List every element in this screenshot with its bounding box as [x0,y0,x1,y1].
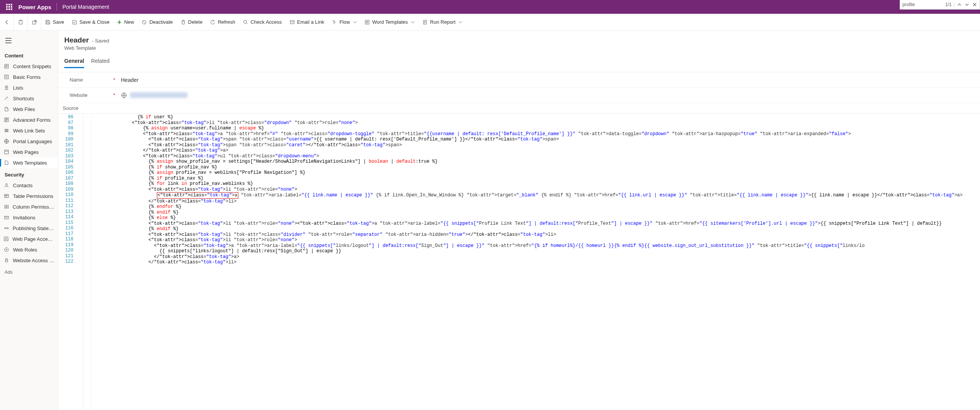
code-line[interactable]: <"tok-attr">class="tok-tag">ul "tok-attr… [93,154,978,159]
sidebar-item-label: Content Snippets [13,64,51,69]
code-line[interactable]: <"tok-attr">class="tok-tag">li "tok-attr… [93,232,978,238]
clipboard-icon[interactable] [14,14,28,31]
group-security: Security [0,168,58,180]
code-line[interactable]: {% endfor %} [93,204,978,210]
sidebar-item-website-access-p[interactable]: Website Access P... [0,255,58,266]
sidebar-item-web-link-sets[interactable]: Web Link Sets [0,125,58,136]
save-button[interactable]: Save [41,14,68,31]
sidebar-item-content-snippets[interactable]: Content Snippets [0,61,58,72]
hamburger-icon[interactable] [2,34,15,47]
code-lines[interactable]: {% if user %} <"tok-attr">class="tok-tag… [92,114,980,410]
sidebar-item-label: Publishing State T... [13,225,55,231]
tab-general[interactable]: General [64,58,84,68]
code-line[interactable]: </"tok-attr">class="tok-tag">a> [93,254,978,260]
refresh-button[interactable]: Refresh [206,14,239,31]
sidebar-item-web-files[interactable]: Web Files [0,104,58,114]
sidebar-item-advanced-forms[interactable]: Advanced Forms [0,114,58,125]
tabs: General Related [58,52,980,68]
chevron-down-icon [459,20,462,24]
blurred-value [130,92,187,98]
code-line[interactable]: <"tok-attr">class="tok-tag">a "tok-attr"… [93,192,978,199]
code-line[interactable]: {% if show_profile_nav %} [93,165,978,170]
sidebar-item-table-permissions[interactable]: Table Permissions [0,191,58,201]
nav-icon [3,258,10,263]
delete-button[interactable]: Delete [177,14,207,31]
svg-rect-1 [20,20,21,21]
find-text[interactable]: profile [902,2,943,7]
code-line[interactable]: {% endif %} [93,210,978,216]
code-line[interactable]: <"tok-attr">class="tok-tag">span "tok-at… [93,137,978,142]
sidebar-item-web-templates[interactable]: Web Templates [0,157,58,168]
code-line[interactable]: <"tok-attr">class="tok-tag">li "tok-attr… [93,120,978,126]
run-report-button[interactable]: Run Report [418,14,466,31]
deactivate-button[interactable]: Deactivate [138,14,176,31]
code-line[interactable]: <"tok-attr">class="tok-tag">span "tok-at… [93,142,978,148]
nav-icon [3,204,10,209]
record-status: - Saved [92,38,109,44]
save-close-button[interactable]: Save & Close [68,14,114,31]
field-website-value[interactable] [117,92,972,98]
field-name-label: Name [70,77,83,83]
new-button[interactable]: New [113,14,138,31]
nav-icon [3,64,10,69]
code-line[interactable]: {{ snippets["links/logout"] | default:re… [93,248,978,254]
check-access-button[interactable]: Check Access [239,14,286,31]
field-name-value[interactable]: Header [117,77,972,83]
nav-icon [3,225,10,231]
nav-icon [3,247,10,252]
code-line[interactable]: {% if profile_nav %} [93,176,978,181]
code-line[interactable]: {% if user %} [93,114,978,120]
svg-point-16 [5,227,6,229]
code-line[interactable]: <"tok-attr">class="tok-tag">a "tok-attr"… [93,131,978,137]
code-line[interactable]: <"tok-attr">class="tok-tag">li "tok-attr… [93,221,978,227]
sidebar-item-portal-languages[interactable]: Portal Languages [0,136,58,147]
sidebar-item-contacts[interactable]: Contacts [0,180,58,191]
open-new-icon[interactable] [28,14,41,31]
code-line[interactable]: </"tok-attr">class="tok-tag">li> [93,260,978,265]
code-line[interactable]: </"tok-attr">class="tok-tag">li> [93,199,978,204]
sidebar-item-invitations[interactable]: Invitations [0,212,58,223]
find-bar: profile 1/1 [900,0,980,10]
svg-point-19 [5,238,7,240]
fold-column2 [83,114,92,410]
global-header: Power Apps Portal Management profile 1/1 [0,0,980,14]
code-line[interactable]: <"tok-attr">class="tok-tag">a "tok-attr"… [93,243,978,249]
code-line[interactable]: <"tok-attr">class="tok-tag">li "tok-attr… [93,237,978,243]
command-bar: Save Save & Close New Deactivate Delete … [0,14,980,31]
back-button[interactable] [0,14,14,31]
code-line[interactable]: {% endif %} [93,226,978,232]
find-prev-icon[interactable] [957,2,962,7]
sidebar-item-label: Invitations [13,215,36,221]
code-line[interactable]: {% for link in profile_nav.weblinks %} [93,181,978,187]
find-close-icon[interactable] [972,2,977,7]
code-line[interactable]: {% assign profile_nav = weblinks["Profil… [93,170,978,176]
svg-rect-22 [5,260,8,262]
sidebar-item-shortcuts[interactable]: Shortcuts [0,93,58,104]
code-line[interactable]: {% else %} [93,215,978,221]
tab-related[interactable]: Related [91,58,109,68]
word-templates-button[interactable]: Word Templates [361,14,418,31]
code-line[interactable]: <"tok-attr">class="tok-tag">li "tok-attr… [93,187,978,193]
svg-rect-9 [5,75,8,79]
find-next-icon[interactable] [964,2,970,7]
app-launcher-icon[interactable] [3,1,15,13]
code-line[interactable]: {% assign username=user.fullname | escap… [93,126,978,131]
sidebar-item-web-pages[interactable]: Web Pages [0,147,58,157]
email-link-button[interactable]: Email a Link [286,14,328,31]
svg-point-4 [244,20,247,23]
sidebar-item-lists[interactable]: Lists [0,82,58,93]
sidebar-item-web-roles[interactable]: Web Roles [0,244,58,255]
sidebar-item-web-page-access[interactable]: Web Page Access ... [0,234,58,244]
code-editor[interactable]: 9697989910010110210310410510610710810911… [58,114,980,410]
code-line[interactable]: </"tok-attr">class="tok-tag">a> [93,148,978,154]
sidebar-item-publishing-state-t[interactable]: Publishing State T... [0,223,58,234]
code-line[interactable]: {% assign show_profile_nav = settings["H… [93,159,978,165]
chevron-down-icon [353,20,357,24]
sidebar: Content Content SnippetsBasic FormsLists… [0,31,58,410]
fold-column [77,114,83,410]
sidebar-item-basic-forms[interactable]: Basic Forms [0,72,58,82]
flow-button[interactable]: Flow [328,14,360,31]
nav-icon [3,96,10,101]
sidebar-item-column-permissio[interactable]: Column Permissio... [0,201,58,212]
sidebar-item-label: Contacts [13,183,33,188]
